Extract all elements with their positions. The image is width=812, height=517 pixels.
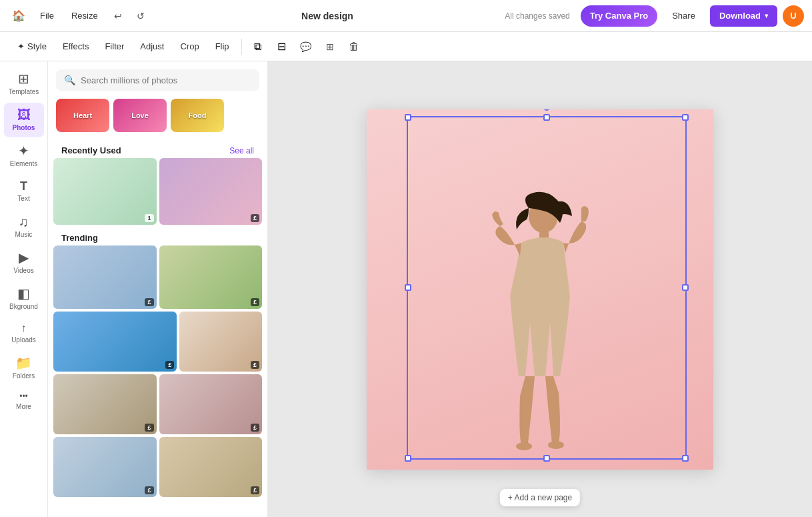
sidebar-label-music: Music: [15, 231, 32, 239]
photo-panel-header: 🔍 Heart Love Food: [48, 61, 267, 140]
recently-used-photo-2[interactable]: £: [159, 158, 263, 225]
position-button[interactable]: ⊟: [271, 36, 293, 57]
heart-label: Heart: [73, 111, 92, 119]
text-icon: T: [20, 180, 27, 192]
sidebar-item-more[interactable]: ••• More: [4, 387, 44, 416]
recently-used-grid: 1 £: [53, 158, 262, 225]
file-button[interactable]: File: [33, 7, 61, 25]
share-button[interactable]: Share: [663, 5, 705, 27]
sidebar-label-more: More: [16, 403, 31, 411]
canvas-area: + Add a new page: [268, 61, 812, 517]
music-icon: ♫: [19, 215, 29, 228]
delete-button[interactable]: 🗑: [343, 36, 365, 57]
sidebar-label-templates: Templates: [9, 88, 39, 96]
love-pill-bg: Love: [113, 99, 167, 132]
trending-row-1: £ £: [53, 245, 262, 309]
recently-used-title: Recently Used: [61, 145, 121, 155]
pro-badge-tr1: £: [145, 298, 153, 306]
filter-button[interactable]: Filter: [98, 36, 131, 57]
add-page-button[interactable]: + Add a new page: [508, 493, 572, 502]
undo-button[interactable]: ↩: [109, 7, 127, 25]
sidebar-item-videos[interactable]: ▶ Videos: [4, 245, 44, 280]
trending-photo-6[interactable]: £: [159, 374, 263, 434]
trending-photo-4[interactable]: £: [179, 312, 262, 372]
sidebar-label-elements: Elements: [10, 160, 38, 168]
trending-grid: £ £ £ £ £: [53, 245, 262, 497]
comment-button[interactable]: 💬: [295, 36, 317, 57]
recently-used-photo-1[interactable]: 1: [53, 158, 157, 225]
download-button[interactable]: Download ▾: [710, 5, 777, 27]
trending-row-3: £ £: [53, 374, 262, 434]
sidebar-label-videos: Videos: [13, 267, 33, 275]
design-name-input[interactable]: [265, 11, 390, 21]
add-page-label: + Add a new page: [508, 493, 572, 502]
sidebar-item-photos[interactable]: 🖼 Photos: [4, 103, 44, 137]
pro-badge-tr8: £: [251, 486, 259, 494]
recently-used-header: Recently Used See all: [53, 140, 262, 158]
try-pro-button[interactable]: Try Canva Pro: [581, 5, 657, 27]
trending-photo-2[interactable]: £: [159, 245, 263, 309]
top-bar-left: 🏠 File Resize ↩ ↺: [8, 5, 150, 27]
svg-point-3: [548, 441, 564, 449]
trending-photo-7[interactable]: £: [53, 437, 157, 497]
search-input[interactable]: [81, 75, 251, 85]
photo-scroll: Recently Used See all 1 £ Trending £: [48, 140, 267, 517]
flip-button[interactable]: Flip: [209, 36, 236, 57]
crop-button[interactable]: Crop: [173, 36, 205, 57]
trending-photo-5[interactable]: £: [53, 374, 157, 434]
effects-button[interactable]: Effects: [56, 36, 96, 57]
grid-button[interactable]: ⊞: [319, 36, 341, 57]
resize-button[interactable]: Resize: [65, 7, 105, 25]
redo-button[interactable]: ↺: [131, 7, 150, 25]
food-label: Food: [189, 111, 207, 119]
free-badge-1: 1: [145, 214, 153, 222]
trending-photo-1[interactable]: £: [53, 245, 157, 309]
sidebar-item-templates[interactable]: ⊞ Templates: [4, 67, 44, 101]
pro-badge-tr6: £: [251, 424, 259, 432]
canvas-wrapper[interactable]: [367, 109, 713, 470]
uploads-icon: ↑: [21, 323, 27, 334]
folders-icon: 📁: [15, 356, 32, 370]
sidebar-label-text: Text: [17, 195, 29, 203]
top-bar-right: Try Canva Pro Share Download ▾ U: [581, 5, 804, 27]
sidebar-item-background[interactable]: ◧ Bkground: [4, 282, 44, 316]
category-heart[interactable]: Heart: [56, 99, 109, 132]
see-all-button[interactable]: See all: [229, 146, 254, 155]
heart-pill-bg: Heart: [56, 99, 109, 132]
sidebar-item-music[interactable]: ♫ Music: [4, 209, 44, 244]
main-area: ⊞ Templates 🖼 Photos ✦ Elements T Text ♫…: [0, 61, 812, 517]
sidebar-item-text[interactable]: T Text: [4, 175, 44, 208]
trending-header: Trending: [53, 227, 262, 245]
more-icon: •••: [19, 392, 28, 400]
trending-photo-3[interactable]: £: [53, 312, 177, 372]
love-label: Love: [131, 111, 149, 119]
category-love[interactable]: Love: [113, 99, 167, 132]
sidebar-item-folders[interactable]: 📁 Folders: [4, 351, 44, 386]
trending-photo-8[interactable]: £: [159, 437, 263, 497]
left-sidebar: ⊞ Templates 🖼 Photos ✦ Elements T Text ♫…: [0, 61, 48, 517]
search-bar[interactable]: 🔍: [56, 69, 259, 91]
pro-badge-tr4: £: [251, 361, 259, 369]
category-food[interactable]: Food: [171, 99, 224, 132]
download-label: Download: [719, 11, 761, 21]
trending-row-2: £ £: [53, 312, 262, 372]
saved-status: All changes saved: [505, 11, 569, 21]
sidebar-item-elements[interactable]: ✦ Elements: [4, 139, 44, 173]
sidebar-label-photos: Photos: [13, 124, 35, 132]
adjust-button[interactable]: Adjust: [133, 36, 171, 57]
home-button[interactable]: 🏠: [8, 5, 29, 27]
photo-panel: 🔍 Heart Love Food: [48, 61, 268, 517]
videos-icon: ▶: [19, 251, 29, 264]
woman-figure: [473, 189, 607, 470]
search-icon: 🔍: [64, 75, 75, 85]
second-toolbar: ✦ Style Effects Filter Adjust Crop Flip …: [0, 32, 812, 61]
pro-badge-tr5: £: [145, 424, 153, 432]
sidebar-item-uploads[interactable]: ↑ Uploads: [4, 318, 44, 350]
avatar-button[interactable]: U: [783, 5, 804, 27]
duplicate-button[interactable]: ⧉: [247, 36, 269, 57]
style-icon: ✦: [17, 41, 25, 51]
style-label: Style: [27, 41, 47, 51]
templates-icon: ⊞: [18, 72, 29, 85]
top-bar: 🏠 File Resize ↩ ↺ All changes saved Try …: [0, 0, 812, 32]
style-button[interactable]: ✦ Style: [11, 36, 53, 57]
